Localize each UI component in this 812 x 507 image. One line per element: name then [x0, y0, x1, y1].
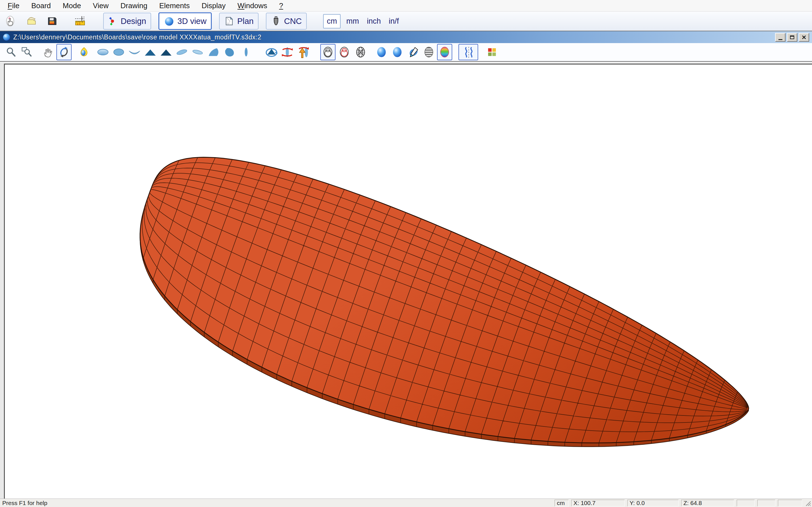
paint-texture-button[interactable]: [405, 44, 421, 60]
menu-board[interactable]: Board: [31, 1, 51, 10]
hand-tool-button[interactable]: [3, 14, 17, 29]
blob-panel-view-button[interactable]: [221, 44, 237, 60]
minimize-button[interactable]: [775, 33, 785, 42]
zoom-window-button[interactable]: [19, 44, 35, 60]
3d-canvas[interactable]: [4, 64, 812, 499]
light-button[interactable]: [76, 44, 91, 60]
unit-cm[interactable]: cm: [323, 14, 341, 29]
3d-view-mode-button[interactable]: 3D view: [158, 12, 212, 30]
tilted-view-button[interactable]: [174, 44, 190, 60]
thickness-view-button[interactable]: [127, 44, 142, 60]
status-readouts: cmX: 100.7Y: 0.0Z: 64.8: [552, 500, 812, 506]
rounded-panel-view-button[interactable]: [206, 44, 221, 60]
shaded-sphere-button[interactable]: [374, 44, 389, 60]
resize-grip[interactable]: [804, 500, 811, 506]
status-unit: cm: [555, 500, 569, 506]
design-icon: [108, 15, 118, 27]
status-spare-2: [757, 500, 775, 506]
menu-bar: FileBoardModeViewDrawingElementsDisplayW…: [0, 0, 812, 11]
striped-sphere-button[interactable]: [421, 44, 437, 60]
maximize-button[interactable]: [787, 33, 797, 42]
work-area: [0, 62, 812, 499]
plan-icon: [224, 15, 234, 27]
menu-drawing[interactable]: Drawing: [120, 1, 147, 10]
svg-text:1 0: 1 0: [77, 22, 80, 25]
menu-mode[interactable]: Mode: [63, 1, 81, 10]
menu-file[interactable]: File: [8, 1, 19, 10]
unit-in-f[interactable]: in/f: [389, 17, 399, 25]
dimensions-ruler-button[interactable]: 1 0: [73, 14, 87, 29]
shaded-top-view-button[interactable]: [111, 44, 126, 60]
menu-display[interactable]: Display: [202, 1, 225, 10]
status-y: Y: 0.0: [627, 500, 679, 506]
wireframe-sphere-button[interactable]: [353, 44, 368, 60]
status-spare-1: [737, 500, 755, 506]
status-x: X: 100.7: [571, 500, 625, 506]
shaded-sphere-2-button[interactable]: [390, 44, 405, 60]
status-spare-3: [778, 500, 802, 506]
application-window: FileBoardModeViewDrawingElementsDisplayW…: [0, 0, 812, 507]
status-bar: Press F1 for help cmX: 100.7Y: 0.0Z: 64.…: [0, 499, 812, 507]
rotate-arrow-up-button[interactable]: [296, 44, 311, 60]
rotate-axis-red-button[interactable]: [280, 44, 295, 60]
status-help-text: Press F1 for help: [2, 500, 47, 506]
menu-elements[interactable]: Elements: [159, 1, 190, 10]
front-view-dark-button[interactable]: [158, 44, 174, 60]
unit-inch[interactable]: inch: [367, 17, 381, 25]
units-group: cmmminchin/f: [323, 14, 407, 29]
document-title-bar: Z:\Users\dennery\Documents\Boards\save\r…: [0, 31, 812, 43]
close-button[interactable]: ✕: [799, 33, 809, 42]
front-view-button[interactable]: [143, 44, 158, 60]
document-title: Z:\Users\dennery\Documents\Boards\save\r…: [13, 34, 261, 41]
menu-windows[interactable]: Windows: [238, 1, 267, 10]
window-controls: ✕: [774, 33, 809, 42]
file-tool-group: 1 0: [0, 14, 87, 29]
cnc-icon: [271, 15, 281, 27]
open-folder-button[interactable]: [25, 14, 38, 29]
outline-top-view-button[interactable]: [95, 44, 110, 60]
pan-button[interactable]: [41, 44, 56, 60]
save-button[interactable]: [45, 14, 59, 29]
tilted-view-2-button[interactable]: [190, 44, 205, 60]
design-mode-button[interactable]: Design: [103, 13, 151, 30]
rainbow-sphere-button[interactable]: [437, 44, 452, 60]
contour-lines-white-button[interactable]: [320, 44, 336, 60]
document-icon: [2, 33, 11, 41]
flow-lines-button[interactable]: [458, 44, 478, 60]
zoom-button[interactable]: [3, 44, 18, 60]
3d-view-icon: [164, 15, 174, 27]
menu-view[interactable]: View: [93, 1, 109, 10]
menu-help[interactable]: ?: [279, 1, 283, 10]
rotate-object-button[interactable]: [264, 44, 279, 60]
side-lens-view-button[interactable]: [239, 44, 254, 60]
surfboard-3d-model: [5, 64, 812, 499]
rotate-3d-button[interactable]: [56, 44, 71, 60]
unit-mm[interactable]: mm: [346, 17, 359, 25]
plan-mode-button[interactable]: Plan: [219, 13, 259, 30]
status-z: Z: 64.8: [681, 500, 734, 506]
view-toolbar: [0, 43, 812, 62]
cnc-mode-button[interactable]: CNC: [266, 13, 307, 30]
mode-button-group: Design3D view Plan CNC: [87, 12, 307, 30]
contour-lines-red-button[interactable]: [337, 44, 352, 60]
main-toolbar: 1 0 Design3D view Plan CNC cmmminchin/f: [0, 11, 812, 31]
color-tiles-button[interactable]: [485, 44, 500, 60]
